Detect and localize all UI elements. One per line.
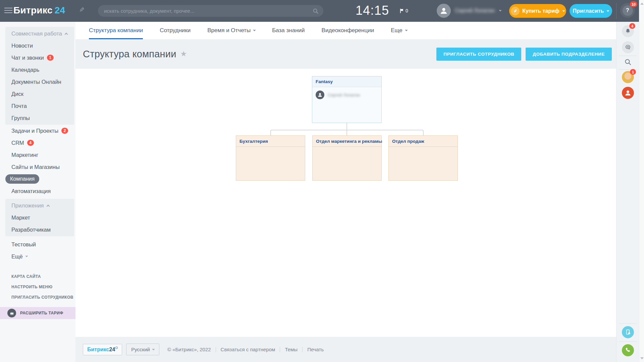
app-logo[interactable]: Битрикс24 [13,5,65,16]
global-search[interactable] [98,5,323,17]
flag-icon [400,8,404,13]
footer-logo[interactable]: Битрикс24 [83,344,122,355]
sidebar-item-market[interactable]: Маркет [5,212,74,224]
tab-video-conferences[interactable]: Видеоконференции [322,22,374,39]
sidebar-item-more[interactable]: Ещё [0,250,75,262]
sidebar-item-marketing[interactable]: Маркетинг [0,149,75,161]
sidebar-item-mail[interactable]: Почта [5,100,74,112]
sidebar-item-tasks-projects[interactable]: Задачи и Проекты2 [0,125,75,137]
sidebar-item-sites-stores[interactable]: Сайты и Магазины [0,161,75,173]
department-box-accounting[interactable]: Бухгалтерия [236,135,305,181]
item-label: Документы Онлайн [11,79,61,85]
user-avatar[interactable] [437,4,451,18]
sidebar-item-crm[interactable]: CRM4 [0,137,75,149]
item-label: Ещё [11,253,23,260]
chevron-down-icon [152,348,155,350]
chat-badge: 1 [47,55,54,61]
employee-avatar-button[interactable] [622,87,634,99]
mobile-cloud-icon [625,329,631,336]
invite-employees-button[interactable]: ПРИГЛАСИТЬ СОТРУДНИКОВ [436,48,521,61]
contact-partner-link[interactable]: Связаться с партнером [221,347,275,352]
copyright-text: © «Битрикс», 2022 [167,347,211,352]
invite-button[interactable]: Пригласить [570,4,612,18]
add-department-button[interactable]: ДОБАВИТЬ ПОДРАЗДЕЛЕНИЕ [526,48,612,61]
item-label: Диск [11,91,23,97]
search-icon [624,58,632,66]
selected-item-pill: Компания [5,174,39,184]
tab-label: База знаний [272,27,305,34]
page-scrollbar[interactable] [639,0,644,362]
sitemap-link[interactable]: КАРТА САЙТА [0,271,75,282]
department-name: Бухгалтерия [236,136,305,147]
hamburger-menu-icon[interactable] [4,8,12,14]
sidebar-item-automation[interactable]: Автоматизация [0,185,75,197]
search-input[interactable] [104,8,313,14]
scroll-down-arrow-icon[interactable] [640,357,644,359]
sidebar-section-apps[interactable]: Приложения [5,199,74,212]
footer-divider [216,347,216,352]
worktime-flag[interactable]: 0 [400,8,408,13]
scroll-up-arrow-icon[interactable] [640,3,644,5]
rail-search-button[interactable] [622,56,634,68]
member-name: Сергей Лопатин [328,93,360,98]
chevron-down-icon [25,255,28,257]
page-header: Структура компании ★ ПРИГЛАСИТЬ СОТРУДНИ… [75,39,616,69]
tab-label: Еще [391,27,402,34]
sidebar-item-groups[interactable]: Группы [5,112,74,124]
language-selector[interactable]: Русский [126,344,159,355]
user-name[interactable]: Сергей Лопатин [455,8,494,14]
worktime-clock[interactable]: 14:15 [349,3,396,18]
tab-more[interactable]: Еще [391,22,407,39]
sidebar-item-test[interactable]: Тестовый [0,238,75,250]
themes-link[interactable]: Темы [285,347,298,352]
link-label: КАРТА САЙТА [11,274,41,279]
edit-pencil-icon[interactable]: ✎ [79,6,85,14]
upgrade-plan-button[interactable]: РАСШИРИТЬ ТАРИФ [0,307,75,319]
department-box-marketing[interactable]: Отдел маркетинга и рекламы [312,135,382,181]
person-icon [317,92,323,98]
page-footer: Битрикс24 Русский © «Битрикс», 2022 Связ… [75,337,616,362]
sidebar-item-developers[interactable]: Разработчикам [5,224,74,236]
department-box-sales[interactable]: Отдел продаж [388,135,458,181]
buy-tariff-caret-icon [562,9,565,11]
favorite-star-icon[interactable]: ★ [180,50,187,58]
messenger-button[interactable] [622,41,634,53]
sidebar-item-chat-calls[interactable]: Чат и звонки1 [5,52,74,64]
tab-employees[interactable]: Сотрудники [160,22,191,39]
item-label: Календарь [11,67,39,73]
sidebar-item-calendar[interactable]: Календарь [5,64,74,76]
tab-label: Сотрудники [160,27,191,34]
member-avatar [316,90,324,99]
help-badge: 10 [630,1,637,7]
item-label: Тестовый [11,241,36,248]
section-label: Совместная работа [11,31,62,37]
chevron-down-icon [405,29,408,31]
sidebar-item-documents-online[interactable]: Документы Онлайн [5,76,74,88]
tab-knowledge-base[interactable]: База знаний [272,22,305,39]
sidebar-item-company-selected[interactable]: Компания [0,173,75,185]
mobile-app-button[interactable] [622,326,634,338]
flag-count: 0 [406,8,408,13]
department-name: Отдел маркетинга и рекламы [313,136,381,147]
sidebar-item-disk[interactable]: Диск [5,88,74,100]
menu-group-apps: Приложения Маркет Разработчикам [5,199,74,236]
org-chart-canvas: Fantasy Сергей Лопатин Бухгалтерия Отдел… [75,69,616,337]
company-member-row[interactable]: Сергей Лопатин [312,87,381,103]
sidebar-item-news[interactable]: Новости [5,40,74,52]
tab-company-structure[interactable]: Структура компании [89,22,143,39]
crm-badge: 4 [27,140,34,146]
search-icon[interactable] [313,8,319,14]
item-label: Новости [11,43,33,49]
tab-time-reports[interactable]: Время и Отчеты [207,22,255,39]
rocket-icon [511,7,520,15]
telephony-button[interactable] [622,344,634,356]
invite-employees-link[interactable]: ПРИГЛАСИТЬ СОТРУДНИКОВ [0,292,75,302]
org-root-company-box[interactable]: Fantasy Сергей Лопатин [312,76,382,123]
user-menu-caret-icon[interactable] [499,9,501,11]
footer-divider [302,347,303,352]
print-link[interactable]: Печать [307,347,324,352]
configure-menu-link[interactable]: НАСТРОИТЬ МЕНЮ [0,282,75,292]
buy-tariff-button[interactable]: Купить тариф [509,4,566,18]
sidebar-section-collaboration[interactable]: Совместная работа [5,27,74,40]
menu-group-collaboration: Совместная работа Новости Чат и звонки1 … [5,27,74,125]
